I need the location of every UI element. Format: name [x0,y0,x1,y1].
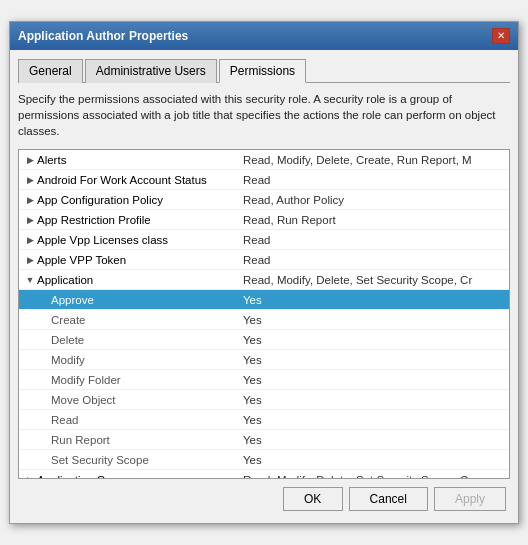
permissions-description: Specify the permissions associated with … [18,91,510,139]
application-author-properties-dialog: Application Author Properties ✕ General … [9,21,519,524]
row-permissions: Yes [239,394,509,406]
row-name: Move Object [19,394,239,406]
row-permissions: Yes [239,434,509,446]
row-permissions: Yes [239,294,509,306]
list-item[interactable]: ▶Application GroupRead, Modify, Delete, … [19,470,509,478]
expand-icon[interactable]: ▶ [23,153,37,167]
title-bar-buttons: ✕ [492,28,510,44]
list-item[interactable]: ▶AlertsRead, Modify, Delete, Create, Run… [19,150,509,170]
row-label: Set Security Scope [51,454,149,466]
row-permissions: Read [239,234,509,246]
row-label: Run Report [51,434,110,446]
row-label: Read [51,414,79,426]
list-item[interactable]: ▶Apple VPP TokenRead [19,250,509,270]
row-permissions: Yes [239,454,509,466]
expand-icon[interactable]: ▶ [23,473,37,479]
row-name: ▶Apple Vpp Licenses class [19,233,239,247]
row-label: Apple Vpp Licenses class [37,234,168,246]
list-item[interactable]: DeleteYes [19,330,509,350]
row-name: Run Report [19,434,239,446]
row-permissions: Read [239,254,509,266]
row-name: ▶App Restriction Profile [19,213,239,227]
list-item[interactable]: Run ReportYes [19,430,509,450]
tab-admin-users[interactable]: Administrative Users [85,59,217,83]
list-item[interactable]: ▶App Configuration PolicyRead, Author Po… [19,190,509,210]
row-label: Android For Work Account Status [37,174,207,186]
row-name: Modify Folder [19,374,239,386]
list-item[interactable]: Move ObjectYes [19,390,509,410]
row-label: Application Group [37,474,128,479]
permissions-list: ▶AlertsRead, Modify, Delete, Create, Run… [18,149,510,479]
expand-icon[interactable]: ▶ [23,253,37,267]
row-label: Approve [51,294,94,306]
row-name: Approve [19,294,239,306]
cancel-button[interactable]: Cancel [349,487,428,511]
row-name: ▶App Configuration Policy [19,193,239,207]
row-label: App Configuration Policy [37,194,163,206]
row-name: ▶Apple VPP Token [19,253,239,267]
row-name: Set Security Scope [19,454,239,466]
row-label: Application [37,274,93,286]
row-name: ▶Application Group [19,473,239,479]
row-permissions: Yes [239,354,509,366]
row-name: ▶Alerts [19,153,239,167]
row-permissions: Yes [239,334,509,346]
list-item[interactable]: ▶App Restriction ProfileRead, Run Report [19,210,509,230]
row-name: ▼Application [19,273,239,287]
row-permissions: Read, Author Policy [239,194,509,206]
list-item[interactable]: Modify FolderYes [19,370,509,390]
dialog-content: General Administrative Users Permissions… [10,50,518,523]
collapse-icon[interactable]: ▼ [23,273,37,287]
title-bar: Application Author Properties ✕ [10,22,518,50]
list-item[interactable]: ▶Android For Work Account StatusRead [19,170,509,190]
row-name: Create [19,314,239,326]
row-permissions: Yes [239,314,509,326]
row-name: Modify [19,354,239,366]
list-item[interactable]: ApproveYes [19,290,509,310]
dialog-buttons: OK Cancel Apply [18,479,510,515]
list-item[interactable]: CreateYes [19,310,509,330]
ok-button[interactable]: OK [283,487,343,511]
row-label: Modify [51,354,85,366]
row-label: Create [51,314,86,326]
row-label: Delete [51,334,84,346]
permissions-list-body[interactable]: ▶AlertsRead, Modify, Delete, Create, Run… [19,150,509,478]
list-item[interactable]: Set Security ScopeYes [19,450,509,470]
tab-permissions[interactable]: Permissions [219,59,306,83]
list-item[interactable]: ▼ApplicationRead, Modify, Delete, Set Se… [19,270,509,290]
row-label: App Restriction Profile [37,214,151,226]
row-permissions: Yes [239,374,509,386]
row-name: ▶Android For Work Account Status [19,173,239,187]
row-permissions: Read, Modify, Delete, Set Security Scope… [239,474,509,479]
row-label: Modify Folder [51,374,121,386]
tab-general[interactable]: General [18,59,83,83]
expand-icon[interactable]: ▶ [23,233,37,247]
list-item[interactable]: ▶Apple Vpp Licenses classRead [19,230,509,250]
row-permissions: Yes [239,414,509,426]
row-label: Move Object [51,394,116,406]
list-item[interactable]: ModifyYes [19,350,509,370]
expand-icon[interactable]: ▶ [23,213,37,227]
expand-icon[interactable]: ▶ [23,173,37,187]
row-permissions: Read, Modify, Delete, Create, Run Report… [239,154,509,166]
apply-button[interactable]: Apply [434,487,506,511]
row-label: Alerts [37,154,66,166]
row-label: Apple VPP Token [37,254,126,266]
row-permissions: Read [239,174,509,186]
row-permissions: Read, Run Report [239,214,509,226]
row-name: Delete [19,334,239,346]
list-item[interactable]: ReadYes [19,410,509,430]
dialog-title: Application Author Properties [18,29,188,43]
row-name: Read [19,414,239,426]
tab-bar: General Administrative Users Permissions [18,58,510,83]
expand-icon[interactable]: ▶ [23,193,37,207]
close-button[interactable]: ✕ [492,28,510,44]
row-permissions: Read, Modify, Delete, Set Security Scope… [239,274,509,286]
